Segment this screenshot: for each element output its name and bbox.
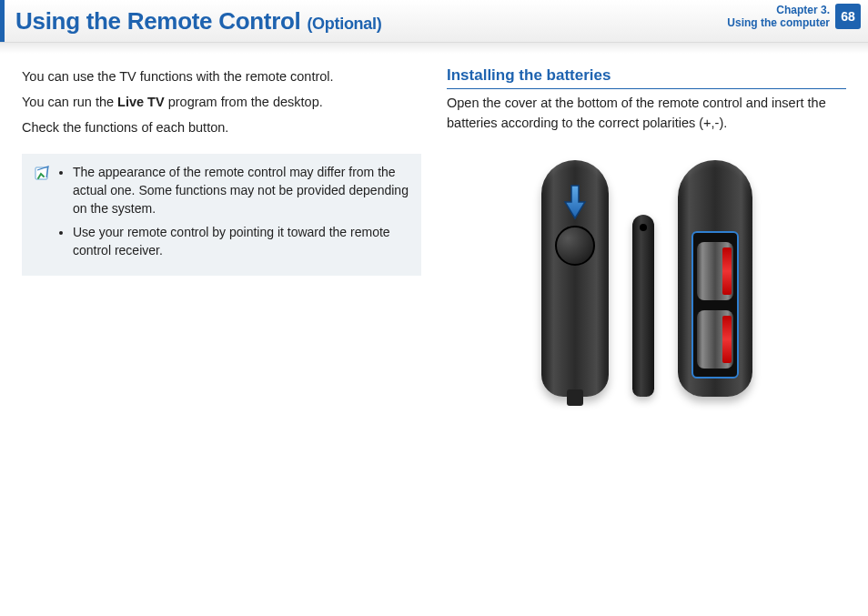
content-area: You can use the TV functions with the re… <box>0 54 868 397</box>
right-paragraph-1: Open the cover at the bottom of the remo… <box>447 93 846 133</box>
section-heading-installing-batteries: Installing the batteries <box>447 66 846 89</box>
note-icon <box>35 165 51 265</box>
battery-2 <box>697 310 733 369</box>
page-header: Using the Remote Control (Optional) Chap… <box>0 0 868 43</box>
title-main: Using the Remote Control <box>15 7 307 35</box>
battery-cover-piece <box>632 215 654 397</box>
remote-back-open <box>678 160 752 397</box>
header-accent-bar <box>0 0 5 42</box>
note-list: The appearance of the remote control may… <box>60 163 409 265</box>
header-shadow <box>0 43 868 54</box>
remote-figure <box>447 160 846 397</box>
battery-label-1 <box>722 247 732 295</box>
intro-paragraph-3: Check the functions of each button. <box>22 117 421 137</box>
remote-cover-latch <box>555 226 595 266</box>
chapter-line-2: Using the computer <box>727 16 830 29</box>
note-box: The appearance of the remote control may… <box>22 154 421 276</box>
battery-1 <box>697 242 733 300</box>
chapter-text: Chapter 3. Using the computer <box>727 4 830 29</box>
intro-paragraph-1: You can use the TV functions with the re… <box>22 66 421 86</box>
intro-paragraph-2: You can run the Live TV program from the… <box>22 92 421 112</box>
right-column: Installing the batteries Open the cover … <box>447 66 846 397</box>
remote-bottom-nub <box>567 389 583 406</box>
chapter-block: Chapter 3. Using the computer 68 <box>727 4 861 29</box>
battery-label-2 <box>722 316 732 363</box>
title-suffix: (Optional) <box>307 15 381 33</box>
page-number-badge: 68 <box>835 4 861 29</box>
battery-bay <box>691 231 739 379</box>
note-item-2: Use your remote control by pointing it t… <box>73 223 409 259</box>
remote-back-closed <box>541 160 609 397</box>
left-column: You can use the TV functions with the re… <box>22 66 421 397</box>
p2-part-c: program from the desktop. <box>165 95 323 109</box>
p2-part-a: You can run the <box>22 95 117 109</box>
note-item-1: The appearance of the remote control may… <box>73 163 409 217</box>
p2-live-tv: Live TV <box>117 95 165 109</box>
page-title: Using the Remote Control (Optional) <box>15 7 381 35</box>
chapter-line-1: Chapter 3. <box>727 4 830 16</box>
arrow-down-icon <box>563 184 587 220</box>
